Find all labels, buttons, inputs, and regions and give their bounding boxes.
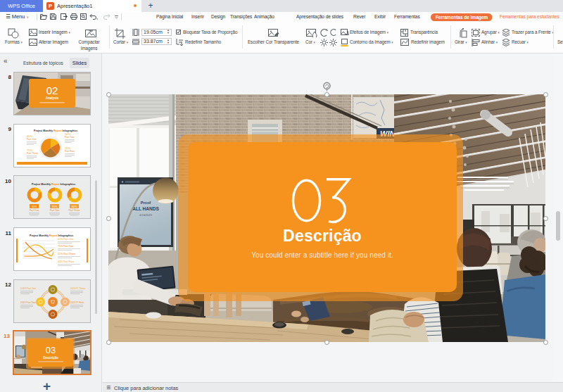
svg-text:2021 P. Four: 2021 P. Four — [70, 301, 84, 304]
svg-text:Part Four: Part Four — [65, 150, 75, 153]
svg-text:Part Three: Part Three — [27, 152, 38, 155]
svg-text:03: 03 — [46, 345, 56, 355]
svg-text:Part One: Part One — [27, 138, 37, 141]
svg-text:2019 Part Two: 2019 Part Two — [20, 301, 36, 304]
svg-text:02: 02 — [46, 84, 58, 96]
svg-text:Project Monthly Report Infogra: Project Monthly Report Infographics — [32, 183, 75, 186]
svg-text:Part Two: Part Two — [65, 136, 74, 139]
svg-text:43% Part Four: 43% Part Four — [58, 260, 75, 263]
svg-text:62% Part One: 62% Part One — [58, 238, 74, 241]
svg-text:4/24/2019: 4/24/2019 — [139, 213, 153, 217]
svg-text:35%: 35% — [32, 206, 37, 208]
svg-text:Project Monthly Report Infogra: Project Monthly Report Infographics — [30, 234, 73, 237]
svg-text:75%: 75% — [52, 206, 58, 208]
svg-text:ALL HANDS: ALL HANDS — [132, 206, 159, 211]
svg-text:Analysis: Analysis — [46, 96, 59, 100]
svg-text:Project Monthly Report Infogra: Project Monthly Report Infographics — [34, 129, 77, 132]
svg-text:2018 Part One: 2018 Part One — [20, 287, 36, 290]
svg-text:Part Two: Part Two — [50, 209, 59, 212]
svg-text:75% Part Two: 75% Part Two — [58, 245, 73, 248]
svg-text:Proof: Proof — [141, 201, 151, 205]
svg-text:Descrição: Descrição — [43, 356, 58, 360]
svg-text:51% Part Three: 51% Part Three — [58, 253, 75, 255]
svg-text:Part Three: Part Three — [69, 209, 80, 212]
svg-text:60%: 60% — [72, 206, 77, 208]
svg-text:2020 P. Three: 2020 P. Three — [70, 287, 85, 290]
svg-text:Part One: Part One — [30, 209, 39, 212]
